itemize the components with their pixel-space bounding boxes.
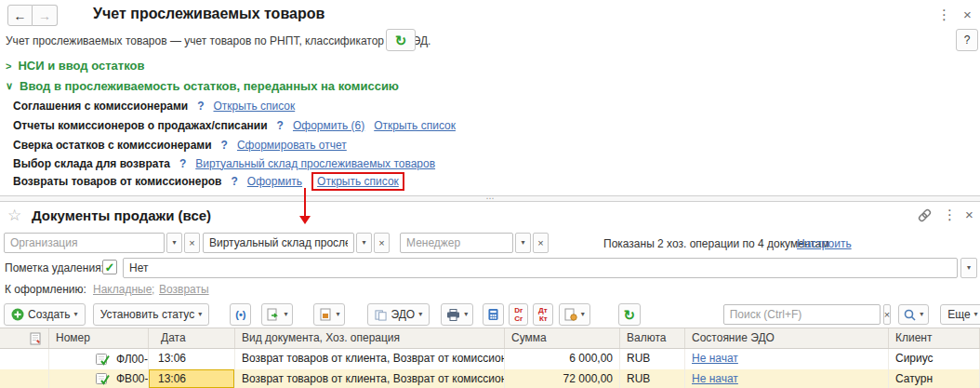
column-header-number[interactable]: Номер [49, 328, 149, 348]
separator: ; [152, 283, 154, 296]
column-header-doctype[interactable]: Вид документа, Хоз. операция [235, 328, 505, 348]
feature-row-returns: Возвраты товаров от комиссионеров ? Офор… [13, 173, 404, 189]
amount-cell: 72 000,00 [505, 369, 620, 388]
help-icon[interactable]: ? [197, 100, 204, 113]
plus-icon [11, 308, 24, 321]
feature-label: Выбор склада для возврата [13, 157, 170, 170]
edo-icon [375, 309, 387, 321]
warehouse-filter-input[interactable] [203, 233, 354, 253]
clear-icon[interactable]: × [374, 233, 390, 253]
page-subtitle: Учет прослеживаемых товаров — учет товар… [6, 34, 430, 47]
section-vvod[interactable]: ∨ Ввод в прослеживаемость остатков, пере… [6, 79, 399, 93]
dtkt-button[interactable]: ДтКт [533, 303, 553, 326]
open-list-link[interactable]: Открыть список [317, 175, 399, 188]
doc-stamp-icon [564, 308, 577, 321]
more-button[interactable]: Еще ▾ [940, 304, 980, 325]
chevron-right-icon: > [6, 60, 11, 72]
create-button[interactable]: Создать ▾ [4, 303, 86, 326]
help-button[interactable]: ? [956, 29, 978, 51]
clear-search-icon[interactable]: × [883, 304, 891, 325]
close-icon[interactable]: × [965, 207, 973, 221]
favorite-star-icon[interactable]: ☆ [7, 206, 21, 225]
close-icon[interactable]: × [963, 7, 972, 21]
table-row[interactable]: ФВ00-000015 13:06 Возврат товаров от кли… [0, 369, 980, 388]
shown-summary: Показаны 2 хоз. операции по 4 документам [603, 237, 829, 250]
column-header-edo[interactable]: Состояние ЭДО [685, 328, 889, 348]
search-button[interactable]: ▾ [898, 304, 929, 325]
calculator-icon [488, 308, 498, 321]
number-cell: ФВ00-000015 [49, 369, 149, 388]
clear-icon[interactable]: × [533, 233, 549, 253]
check-icon: ✓ [105, 261, 115, 274]
clear-icon[interactable]: × [184, 233, 200, 253]
get-link-icon[interactable] [917, 207, 933, 226]
warehouse-link[interactable]: Виртуальный склад прослеживаемых товаров [195, 157, 435, 170]
broadcast-button[interactable]: (•) [230, 303, 251, 326]
page-title: Учет прослеживаемых товаров [93, 6, 324, 22]
table-row[interactable]: ФЛ00-000005 13:06 Возврат товаров от кли… [0, 349, 980, 369]
feature-label: Сверка остатков с комиссионерами [13, 139, 212, 152]
back-button[interactable]: ← [7, 5, 33, 26]
broadcast-icon: (•) [235, 309, 245, 320]
column-header-date[interactable]: Дата [149, 328, 235, 348]
column-header-client[interactable]: Клиент [889, 328, 980, 348]
configure-link[interactable]: Настроить [797, 237, 852, 250]
search-input[interactable] [723, 304, 881, 325]
chevron-down-icon[interactable]: ▾ [356, 233, 372, 253]
doc-stamp-button[interactable]: ▾ [559, 303, 590, 326]
list-title: Документы продажи (все) [32, 207, 211, 223]
organization-filter-input[interactable] [4, 233, 165, 253]
section-nsi[interactable]: > НСИ и ввод остатков [6, 59, 144, 73]
refresh-list-button[interactable]: ↻ [618, 303, 641, 326]
marker-column-header[interactable] [0, 328, 49, 348]
deletion-mark-value-field[interactable]: Нет [123, 258, 958, 278]
feature-row-reports: Отчеты комиссионеров о продажах/списании… [13, 117, 456, 133]
menu-kebab-icon[interactable]: ⋮ [937, 7, 951, 21]
help-icon[interactable]: ? [179, 157, 186, 170]
edo-status-link[interactable]: Не начат [692, 372, 738, 385]
invoices-link[interactable]: Накладные [93, 283, 152, 296]
open-list-link[interactable]: Открыть список [374, 119, 456, 132]
deletion-mark-checkbox[interactable]: ✓ [102, 260, 117, 274]
set-status-button[interactable]: Установить статус ▾ [93, 303, 210, 326]
process-link[interactable]: Оформить [247, 175, 302, 188]
row-marker-cell [0, 369, 49, 388]
help-icon[interactable]: ? [231, 175, 237, 188]
print-button[interactable]: ▾ [441, 303, 473, 326]
column-header-currency[interactable]: Валюта [620, 328, 685, 348]
edo-status-link[interactable]: Не начат [692, 352, 738, 365]
row-marker-cell [0, 349, 49, 369]
returns-link[interactable]: Возвраты [159, 283, 209, 296]
help-icon[interactable]: ? [277, 119, 284, 132]
posted-doc-icon [96, 354, 110, 366]
menu-kebab-icon[interactable]: ⋮ [943, 207, 957, 221]
annotation-arrow-head [299, 216, 311, 224]
currency-cell: RUB [620, 349, 685, 369]
calculator-button[interactable] [483, 303, 504, 326]
deletion-mark-label: Пометка удаления: [5, 261, 104, 274]
column-header-amount[interactable]: Сумма [505, 328, 620, 348]
upload-doc-button[interactable]: ▾ [261, 303, 293, 326]
edo-button[interactable]: ЭДО ▾ [367, 303, 430, 326]
posted-doc-icon [96, 373, 110, 385]
currency-cell: RUB [620, 369, 685, 388]
refresh-icon: ↻ [623, 308, 635, 322]
chevron-down-icon[interactable]: ▾ [166, 233, 182, 253]
help-icon[interactable]: ? [221, 139, 228, 152]
drcr-button[interactable]: DrCr [509, 303, 528, 326]
window-splitter[interactable]: ⋯ [0, 195, 980, 202]
chevron-down-icon[interactable]: ▾ [960, 258, 977, 278]
report-doc-button[interactable]: ▾ [313, 303, 345, 326]
to-process-label: К оформлению: [5, 283, 86, 296]
forward-button[interactable]: → [33, 5, 58, 26]
list-toolbar: Создать ▾ Установить статус ▾ (•) ▾ ▾ ЭД… [0, 303, 980, 326]
date-cell: 13:06 [149, 349, 235, 369]
annotation-arrow [304, 188, 306, 216]
process-link[interactable]: Оформить (6) [293, 119, 364, 132]
generate-report-link[interactable]: Сформировать отчет [237, 139, 347, 152]
manager-filter-input[interactable] [400, 233, 513, 253]
chevron-down-icon[interactable]: ▾ [515, 233, 531, 253]
doc-report-icon [319, 308, 332, 321]
open-list-link[interactable]: Открыть список [214, 100, 296, 113]
refresh-button[interactable]: ↻ [386, 29, 416, 51]
